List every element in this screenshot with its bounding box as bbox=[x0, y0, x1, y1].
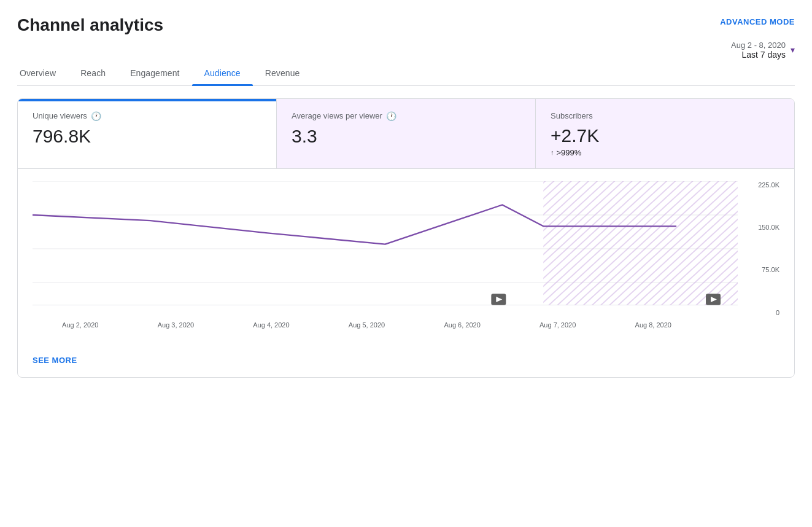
tab-audience[interactable]: Audience bbox=[192, 62, 253, 85]
y-label-4: 0 bbox=[743, 309, 779, 316]
active-metric-bar bbox=[18, 99, 276, 101]
unique-viewers-value: 796.8K bbox=[33, 126, 261, 146]
x-label-2: Aug 3, 2020 bbox=[128, 321, 224, 329]
x-label-4: Aug 5, 2020 bbox=[319, 321, 415, 329]
date-range-dropdown[interactable]: ▾ bbox=[791, 45, 795, 55]
y-label-2: 150.0K bbox=[743, 224, 779, 231]
tab-revenue[interactable]: Revenue bbox=[253, 62, 312, 85]
chart-svg bbox=[33, 181, 738, 316]
y-axis-labels: 225.0K 150.0K 75.0K 0 bbox=[743, 181, 779, 316]
see-more-link[interactable]: SEE MORE bbox=[33, 356, 77, 365]
x-label-5: Aug 6, 2020 bbox=[414, 321, 510, 329]
y-label-1: 225.0K bbox=[743, 181, 779, 189]
avg-views-label: Average views per viewer 🕐 bbox=[292, 111, 520, 121]
clock-icon-avg: 🕐 bbox=[386, 111, 396, 121]
hatched-region bbox=[543, 181, 738, 305]
x-label-1: Aug 2, 2020 bbox=[33, 321, 128, 329]
x-label-7: Aug 8, 2020 bbox=[605, 321, 701, 329]
tab-overview[interactable]: Overview bbox=[17, 62, 68, 85]
chart-area: Aug 2, 2020 Aug 3, 2020 Aug 4, 2020 Aug … bbox=[18, 169, 794, 351]
subscribers-value: +2.7K bbox=[551, 125, 779, 146]
analytics-card: Unique viewers 🕐 796.8K Average views pe… bbox=[17, 98, 795, 378]
change-arrow-up: ↑ bbox=[551, 149, 554, 156]
subscribers-label: Subscribers bbox=[551, 111, 779, 120]
x-axis-labels: Aug 2, 2020 Aug 3, 2020 Aug 4, 2020 Aug … bbox=[33, 316, 701, 329]
clock-icon-viewers: 🕐 bbox=[91, 111, 101, 121]
unique-viewers-label: Unique viewers 🕐 bbox=[33, 111, 261, 121]
tab-engagement[interactable]: Engagement bbox=[118, 62, 191, 85]
date-range: Aug 2 - 8, 2020 Last 7 days bbox=[731, 41, 786, 60]
metrics-row: Unique viewers 🕐 796.8K Average views pe… bbox=[18, 99, 794, 169]
avg-views-value: 3.3 bbox=[292, 126, 520, 146]
date-range-period: Last 7 days bbox=[731, 50, 786, 60]
y-label-3: 75.0K bbox=[743, 266, 779, 273]
metric-unique-viewers[interactable]: Unique viewers 🕐 796.8K bbox=[18, 99, 277, 168]
x-label-6: Aug 7, 2020 bbox=[510, 321, 606, 329]
subscribers-change: ↑ >999% bbox=[551, 148, 779, 157]
metric-avg-views[interactable]: Average views per viewer 🕐 3.3 bbox=[277, 99, 536, 168]
page-title: Channel analytics bbox=[17, 15, 163, 36]
tabs-navigation: Overview Reach Engagement Audience Reven… bbox=[17, 62, 795, 86]
metric-subscribers[interactable]: Subscribers +2.7K ↑ >999% bbox=[536, 99, 794, 168]
advanced-mode-link[interactable]: ADVANCED MODE bbox=[720, 17, 795, 26]
x-label-3: Aug 4, 2020 bbox=[223, 321, 319, 329]
date-range-label: Aug 2 - 8, 2020 bbox=[731, 41, 786, 50]
tab-reach[interactable]: Reach bbox=[68, 62, 118, 85]
